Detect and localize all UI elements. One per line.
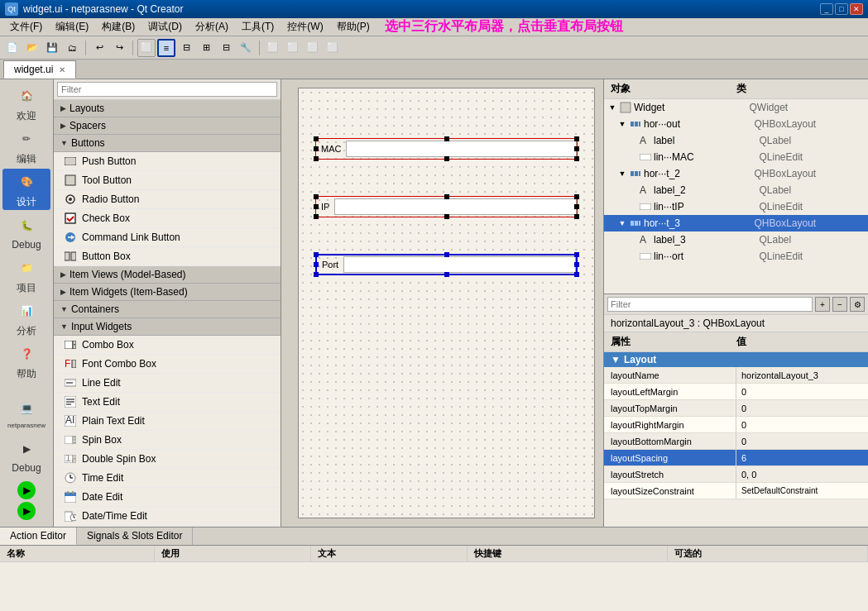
resize-mr-2[interactable] bbox=[574, 204, 579, 209]
resize-tl-3[interactable] bbox=[314, 252, 319, 257]
widget-spin-box[interactable]: Spin Box bbox=[54, 431, 281, 450]
sidebar-item-debug[interactable]: 🐛 Debug bbox=[2, 212, 50, 253]
tree-line-ort[interactable]: lin···ort QLineEdit bbox=[604, 248, 868, 265]
group-layouts[interactable]: ▶ Layouts bbox=[54, 100, 281, 117]
widget-radio-button[interactable]: Radio Button bbox=[54, 190, 281, 209]
resize-ml[interactable] bbox=[314, 146, 319, 151]
toolbar-grid[interactable]: ⊟ bbox=[217, 39, 235, 57]
tab-action-editor[interactable]: Action Editor bbox=[0, 527, 77, 545]
input-mac[interactable] bbox=[346, 141, 577, 157]
expand-hor-t3-icon[interactable]: ▼ bbox=[617, 219, 627, 227]
resize-bc-2[interactable] bbox=[444, 214, 449, 219]
menu-analyze[interactable]: 分析(A) bbox=[189, 18, 235, 36]
resize-bc[interactable] bbox=[444, 156, 449, 161]
prop-settings-button[interactable]: ⚙ bbox=[850, 297, 865, 312]
resize-tr[interactable] bbox=[574, 136, 579, 141]
toolbar-align-left[interactable]: ⬜ bbox=[264, 39, 282, 57]
group-spacers[interactable]: ▶ Spacers bbox=[54, 117, 281, 135]
resize-bl-3[interactable] bbox=[314, 272, 319, 277]
tab-close-button[interactable]: ✕ bbox=[59, 65, 65, 74]
sidebar-item-debug-run[interactable]: ▶ Debug bbox=[2, 435, 50, 476]
resize-tl[interactable] bbox=[314, 136, 319, 141]
prop-row-sizeconstraint[interactable]: layoutSizeConstraint SetDefaultConstrain… bbox=[604, 483, 868, 499]
tree-line-mac[interactable]: lin···MAC QLineEdit bbox=[604, 149, 868, 165]
maximize-button[interactable]: □ bbox=[835, 3, 848, 15]
group-input-widgets[interactable]: ▼ Input Widgets bbox=[54, 318, 281, 336]
toolbar-new[interactable]: 📄 bbox=[3, 39, 22, 57]
toolbar-align-top[interactable]: ⬜ bbox=[304, 39, 322, 57]
menu-controls[interactable]: 控件(W) bbox=[281, 18, 329, 36]
run-debug-button[interactable]: ▶ bbox=[17, 502, 36, 520]
toolbar-open[interactable]: 📂 bbox=[23, 39, 41, 57]
prop-row-spacing[interactable]: layoutSpacing 6 bbox=[604, 450, 868, 466]
toolbar-break[interactable]: 🔧 bbox=[237, 39, 255, 57]
toolbar-formlayout[interactable]: ⊞ bbox=[197, 39, 215, 57]
resize-tc-2[interactable] bbox=[444, 194, 449, 199]
prop-row-leftmargin[interactable]: layoutLeftMargin 0 bbox=[604, 384, 868, 400]
group-containers[interactable]: ▼ Containers bbox=[54, 301, 281, 318]
input-port[interactable] bbox=[343, 256, 576, 273]
resize-tc-3[interactable] bbox=[444, 252, 449, 257]
toolbar-vlayout[interactable]: ⊟ bbox=[177, 39, 195, 57]
sidebar-item-netparasnew[interactable]: 💻 netparasnew bbox=[2, 392, 50, 433]
sidebar-item-help[interactable]: ❓ 帮助 bbox=[2, 341, 50, 382]
tree-hor-out[interactable]: ▼ hor···out QHBoxLayout bbox=[604, 116, 868, 132]
widget-combo-box[interactable]: Combo Box bbox=[54, 336, 281, 355]
window-controls[interactable]: _ □ ✕ bbox=[820, 3, 863, 15]
resize-bc-3[interactable] bbox=[444, 272, 449, 277]
widget-double-spin-box[interactable]: 1.2 Double Spin Box bbox=[54, 450, 281, 469]
toolbar-undo[interactable]: ↩ bbox=[90, 39, 108, 57]
prop-remove-button[interactable]: − bbox=[832, 297, 847, 312]
toolbar-align-bottom[interactable]: ⬜ bbox=[324, 39, 342, 57]
canvas-row-mac[interactable]: MAC bbox=[315, 138, 578, 160]
tree-label3[interactable]: A label_3 QLabel bbox=[604, 232, 868, 248]
design-canvas[interactable]: MAC IP bbox=[298, 88, 595, 518]
prop-row-bottommargin[interactable]: layoutBottomMargin 0 bbox=[604, 433, 868, 450]
toolbar-redo[interactable]: ↪ bbox=[110, 39, 128, 57]
canvas-row-ip[interactable]: IP bbox=[315, 196, 578, 217]
widget-push-button[interactable]: Push Button bbox=[54, 152, 281, 171]
sidebar-item-design[interactable]: 🎨 设计 bbox=[2, 169, 50, 210]
tree-label[interactable]: A label QLabel bbox=[604, 132, 868, 149]
resize-tc[interactable] bbox=[444, 136, 449, 141]
group-buttons[interactable]: ▼ Buttons bbox=[54, 135, 281, 152]
resize-br[interactable] bbox=[574, 156, 579, 161]
canvas-row-port[interactable]: Port bbox=[315, 254, 578, 275]
toolbar-hlayout[interactable]: ⬜ bbox=[137, 39, 156, 57]
sidebar-item-project[interactable]: 📁 项目 bbox=[2, 255, 50, 296]
tree-hor-t2[interactable]: ▼ hor···t_2 QHBoxLayout bbox=[604, 165, 868, 182]
menu-build[interactable]: 构建(B) bbox=[95, 18, 141, 36]
tree-label2[interactable]: A label_2 QLabel bbox=[604, 182, 868, 198]
expand-widget-icon[interactable]: ▼ bbox=[607, 103, 617, 112]
resize-bl[interactable] bbox=[314, 156, 319, 161]
widget-datetime-edit[interactable]: Date/Time Edit bbox=[54, 507, 281, 526]
expand-hor-t2-icon[interactable]: ▼ bbox=[617, 169, 627, 178]
menu-debug[interactable]: 调试(D) bbox=[141, 18, 189, 36]
resize-ml-2[interactable] bbox=[314, 204, 319, 209]
toolbar-save[interactable]: 💾 bbox=[43, 39, 61, 57]
menu-tools[interactable]: 工具(T) bbox=[235, 18, 281, 36]
widget-text-edit[interactable]: Text Edit bbox=[54, 393, 281, 412]
widget-time-edit[interactable]: Time Edit bbox=[54, 469, 281, 488]
prop-add-button[interactable]: + bbox=[815, 297, 830, 312]
menu-help[interactable]: 帮助(P) bbox=[330, 18, 376, 36]
widget-line-edit[interactable]: Line Edit bbox=[54, 374, 281, 393]
run-button[interactable]: ▶ bbox=[17, 481, 36, 499]
expand-hor-out-icon[interactable]: ▼ bbox=[617, 120, 627, 128]
toolbar-align-right[interactable]: ⬜ bbox=[284, 39, 302, 57]
resize-tr-2[interactable] bbox=[574, 194, 579, 199]
input-ip[interactable] bbox=[334, 198, 577, 215]
toolbar-saveall[interactable]: 🗂 bbox=[63, 39, 81, 57]
widget-plain-text-edit[interactable]: AI Plain Text Edit bbox=[54, 412, 281, 431]
resize-mr-3[interactable] bbox=[574, 262, 579, 267]
group-item-widgets[interactable]: ▶ Item Widgets (Item-Based) bbox=[54, 284, 281, 301]
prop-row-topmargin[interactable]: layoutTopMargin 0 bbox=[604, 400, 868, 417]
prop-row-layoutname[interactable]: layoutName horizontalLayout_3 bbox=[604, 367, 868, 384]
resize-bl-2[interactable] bbox=[314, 214, 319, 219]
sidebar-item-edit[interactable]: ✏ 编辑 bbox=[2, 126, 50, 167]
toolbar-hlayout2[interactable]: ≡ bbox=[157, 39, 175, 57]
menu-edit[interactable]: 编辑(E) bbox=[49, 18, 95, 36]
prop-row-stretch[interactable]: layoutStretch 0, 0 bbox=[604, 466, 868, 483]
tab-widget-ui[interactable]: widget.ui ✕ bbox=[3, 60, 76, 79]
widget-filter-input[interactable] bbox=[57, 82, 277, 97]
